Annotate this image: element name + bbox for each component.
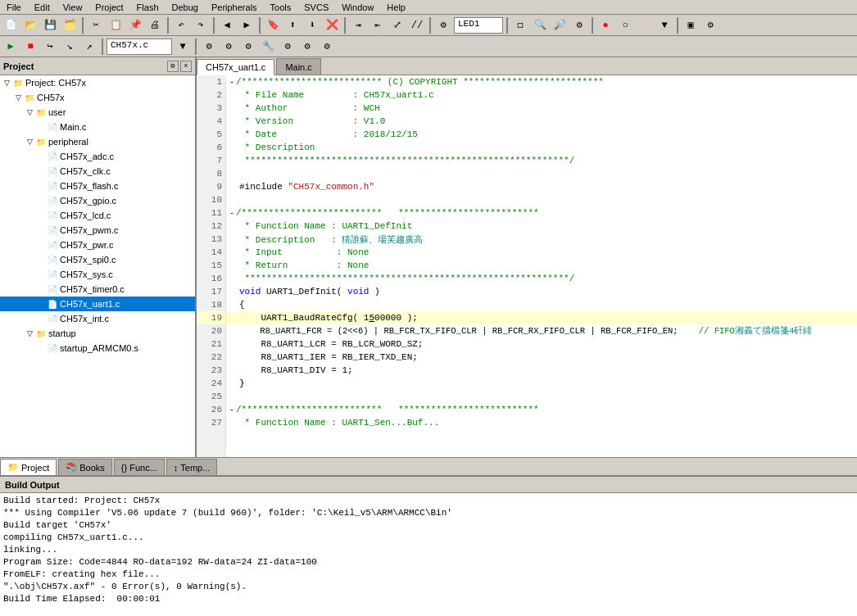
tree-pwr-label: CH57x_pwr.c <box>60 240 113 250</box>
tree-lcd[interactable]: ▷ 📄 CH57x_lcd.c <box>0 208 195 223</box>
tree-user[interactable]: ▽ 📁 user <box>0 105 195 120</box>
build-output-content[interactable]: Build started: Project: CH57x *** Using … <box>0 493 857 616</box>
menu-peripherals[interactable]: Peripherals <box>205 2 264 12</box>
zoom-btn[interactable]: 🔎 <box>551 16 569 34</box>
tool5[interactable]: ⚙ <box>279 38 297 56</box>
tree-startup[interactable]: ▽ 📁 startup <box>0 326 195 341</box>
menu-file[interactable]: File <box>0 2 28 12</box>
int-icon: 📄 <box>47 313 58 324</box>
extend-btn[interactable]: ⤢ <box>388 16 406 34</box>
tree-int[interactable]: ▷ 📄 CH57x_int.c <box>0 311 195 326</box>
red-circle[interactable]: ● <box>596 16 614 34</box>
panel-settings-btn[interactable]: ⚙ <box>167 61 179 72</box>
menu-edit[interactable]: Edit <box>28 2 57 12</box>
save-btn[interactable]: 💾 <box>41 16 59 34</box>
nav-fwd-btn[interactable]: ▶ <box>238 16 256 34</box>
indent-btn[interactable]: ⇥ <box>349 16 367 34</box>
bottom-tab-books[interactable]: 📚 Books <box>58 459 112 475</box>
expand-11[interactable]: - <box>229 209 234 218</box>
tree-adc[interactable]: ▷ 📄 CH57x_adc.c <box>0 149 195 164</box>
expand-user[interactable]: ▽ <box>25 107 34 117</box>
bookmark-btn[interactable]: 🔖 <box>264 16 282 34</box>
tool6[interactable]: ⚙ <box>298 38 316 56</box>
code-editor[interactable]: 1 2 3 4 5 6 7 8 9 10 11 12 13 14 15 16 1… <box>197 75 857 457</box>
tree-flash[interactable]: ▷ 📄 CH57x_flash.c <box>0 179 195 193</box>
undo-btn[interactable]: ↶ <box>172 16 190 34</box>
clear-bookmark-btn[interactable]: ❌ <box>323 16 341 34</box>
white-circle[interactable]: ○ <box>616 16 634 34</box>
line6-text: * Description <box>239 143 315 152</box>
stop-btn[interactable]: ■ <box>21 38 39 56</box>
comment-btn[interactable]: // <box>408 16 426 34</box>
tool1[interactable]: ⚙ <box>200 38 218 56</box>
menu-debug[interactable]: Debug <box>166 2 205 12</box>
tree-main-c[interactable]: ▷ 📄 Main.c <box>0 120 195 134</box>
bottom-tab-func[interactable]: {} Func... <box>114 459 165 475</box>
tree-uart1[interactable]: ▷ 📄 CH57x_uart1.c <box>0 297 195 311</box>
nav-back-btn[interactable]: ◀ <box>218 16 236 34</box>
tab-uart1[interactable]: CH57x_uart1.c <box>197 59 274 75</box>
tree-timer0[interactable]: ▷ 📄 CH57x_timer0.c <box>0 282 195 297</box>
more-btn[interactable]: ▼ <box>655 16 673 34</box>
tool3[interactable]: ⚙ <box>239 38 257 56</box>
expand-peripheral[interactable]: ▽ <box>25 137 34 147</box>
pink-circle[interactable]: ● <box>636 16 654 34</box>
window-btn[interactable]: ▣ <box>682 16 700 34</box>
tree-sys[interactable]: ▷ 📄 CH57x_sys.c <box>0 267 195 282</box>
tool2[interactable]: ⚙ <box>220 38 238 56</box>
new-file-btn[interactable]: 📄 <box>2 16 20 34</box>
line12-text: * Function Name : UART1_DefInit <box>239 221 412 231</box>
menu-svcs[interactable]: SVCS <box>297 2 335 12</box>
code-line-7: ****************************************… <box>226 154 857 167</box>
prev-bookmark-btn[interactable]: ⬆ <box>283 16 302 34</box>
code-line-6: * Description <box>226 141 857 154</box>
open-btn[interactable]: 📂 <box>21 16 39 34</box>
save-all-btn[interactable]: 🗂️ <box>61 16 79 34</box>
search-btn[interactable]: 🔍 <box>531 16 549 34</box>
expand-ch57x[interactable]: ▽ <box>13 93 23 102</box>
tree-root[interactable]: ▽ 📁 Project: CH57x <box>0 75 195 90</box>
tree-pwm-label: CH57x_pwm.c <box>60 225 119 235</box>
menu-flash[interactable]: Flash <box>130 2 166 12</box>
tab-main[interactable]: Main.c <box>276 58 320 75</box>
menu-view[interactable]: View <box>57 2 89 12</box>
menu-tools[interactable]: Tools <box>264 2 298 12</box>
menu-project[interactable]: Project <box>88 2 129 12</box>
expand-1[interactable]: - <box>229 78 234 87</box>
step-over-btn[interactable]: ↪ <box>41 38 59 56</box>
tree-spi0[interactable]: ▷ 📄 CH57x_spi0.c <box>0 252 195 267</box>
tree-ch57x[interactable]: ▽ 📁 CH57x <box>0 90 195 105</box>
unindent-btn[interactable]: ⇤ <box>369 16 387 34</box>
bottom-tab-temp[interactable]: ↕ Temp... <box>166 459 218 475</box>
step-into-btn[interactable]: ↘ <box>61 38 79 56</box>
tree-startup-asm[interactable]: ▷ 📄 startup_ARMCM0.s <box>0 341 195 356</box>
select-all-btn[interactable]: ◻ <box>511 16 529 34</box>
bottom-tab-project[interactable]: 📁 Project <box>0 459 57 475</box>
tree-pwm[interactable]: ▷ 📄 CH57x_pwm.c <box>0 223 195 238</box>
menu-window[interactable]: Window <box>335 2 380 12</box>
cut-btn[interactable]: ✂ <box>87 16 105 34</box>
redo-btn[interactable]: ↷ <box>192 16 210 34</box>
build-output-title: Build Output <box>5 480 60 490</box>
dropdown-btn[interactable]: ▼ <box>174 38 192 56</box>
expand-root[interactable]: ▽ <box>2 78 11 88</box>
tree-gpio[interactable]: ▷ 📄 CH57x_gpio.c <box>0 193 195 208</box>
run-btn[interactable]: ▶ <box>2 38 20 56</box>
tree-spi0-label: CH57x_spi0.c <box>60 255 116 265</box>
tree-pwr[interactable]: ▷ 📄 CH57x_pwr.c <box>0 238 195 252</box>
paste-btn[interactable]: 📌 <box>126 16 144 34</box>
print-btn[interactable]: 🖨 <box>146 16 164 34</box>
settings-btn[interactable]: ⚙ <box>701 16 719 34</box>
menu-help[interactable]: Help <box>380 2 412 12</box>
copy-btn[interactable]: 📋 <box>107 16 125 34</box>
options-btn[interactable]: ⚙ <box>570 16 588 34</box>
next-bookmark-btn[interactable]: ⬇ <box>303 16 321 34</box>
tree-peripheral[interactable]: ▽ 📁 peripheral <box>0 134 195 149</box>
expand-startup[interactable]: ▽ <box>25 328 34 338</box>
tool7[interactable]: ⚙ <box>318 38 336 56</box>
step-out-btn[interactable]: ↗ <box>80 38 98 56</box>
expand-26[interactable]: - <box>229 405 234 414</box>
tree-clk[interactable]: ▷ 📄 CH57x_clk.c <box>0 164 195 179</box>
panel-close-btn[interactable]: × <box>180 61 192 72</box>
tool4[interactable]: 🔧 <box>259 38 277 56</box>
